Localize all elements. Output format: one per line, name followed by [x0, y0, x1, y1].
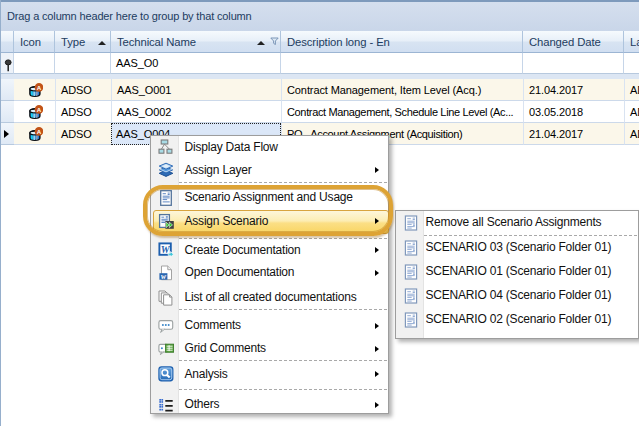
svg-text:A: A [37, 84, 42, 91]
svg-text:A: A [37, 128, 42, 135]
svg-text:A: A [37, 106, 42, 113]
